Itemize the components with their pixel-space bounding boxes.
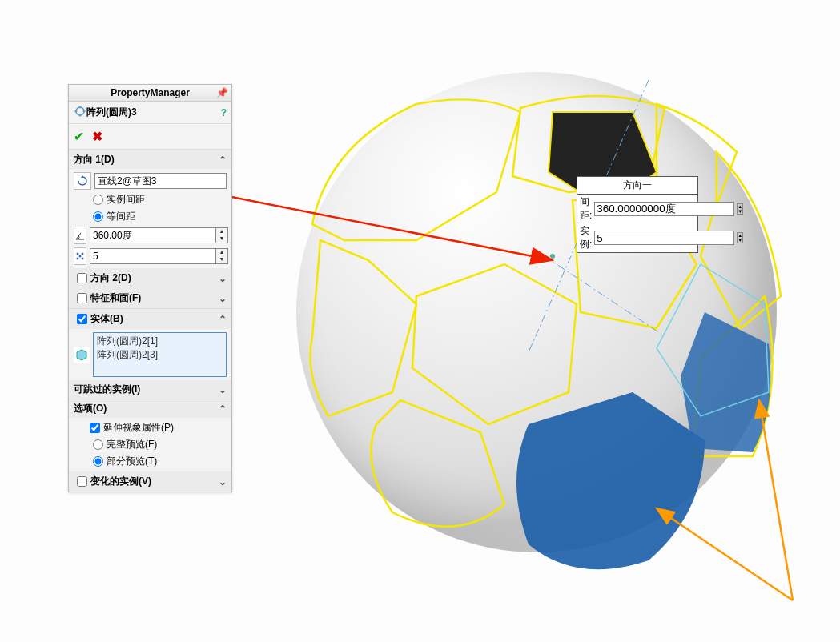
svg-point-6 <box>79 114 82 117</box>
help-icon[interactable]: ? <box>221 107 227 118</box>
section-title: 方向 2(D) <box>90 271 131 285</box>
svg-point-11 <box>82 258 84 260</box>
chevron-up-icon: ⌃ <box>219 154 227 166</box>
callout-arrow <box>759 400 793 600</box>
radio-equal-spacing[interactable]: 等间距 <box>74 210 227 223</box>
pattern-callout[interactable]: 方向一 间距: ▲▼ 实例: ▲▼ <box>577 176 698 253</box>
section-skippable[interactable]: 可跳过的实例(I) ⌄ <box>69 380 231 399</box>
radio-partial-preview[interactable]: 部分预览(T) <box>74 455 227 468</box>
graphics-viewport[interactable] <box>256 32 817 616</box>
callout-arrow <box>657 508 793 600</box>
reverse-direction-icon[interactable] <box>74 172 91 190</box>
section-bodies: 实体(B) ⌃ 阵列(圆周)2[1] 阵列(圆周)2[3] <box>69 308 231 380</box>
spacing-input[interactable] <box>594 202 734 216</box>
svg-point-7 <box>75 110 78 113</box>
radio-instance-spacing[interactable]: 实例间距 <box>74 193 227 207</box>
origin-marker <box>550 254 555 259</box>
section-direction2[interactable]: 方向 2(D) ⌄ <box>69 268 231 288</box>
chevron-up-icon: ⌃ <box>219 314 227 325</box>
section-title: 方向 1(D) <box>74 153 115 167</box>
chevron-down-icon: ⌄ <box>219 384 227 395</box>
ok-button[interactable]: ✔ <box>74 129 84 144</box>
instance-count-icon <box>74 247 86 265</box>
angle-spinner[interactable]: ▲▼ <box>90 227 228 243</box>
chevron-down-icon: ⌄ <box>219 293 227 304</box>
section-features-faces[interactable]: 特征和面(F) ⌄ <box>69 288 231 308</box>
bodies-listbox[interactable]: 阵列(圆周)2[1] 阵列(圆周)2[3] <box>93 332 227 377</box>
chevron-up-icon: ⌃ <box>219 403 227 415</box>
cancel-button[interactable]: ✖ <box>92 129 102 144</box>
section-header[interactable]: 实体(B) ⌃ <box>69 309 231 329</box>
section-direction1: 方向 1(D) ⌃ 实例间距 等间距 <box>69 150 231 268</box>
svg-point-5 <box>83 110 86 113</box>
chevron-down-icon: ⌄ <box>219 476 227 488</box>
circular-pattern-icon <box>74 105 86 120</box>
angle-icon <box>74 227 86 244</box>
feature-name-row: 阵列(圆周)3 ? <box>69 102 231 124</box>
stepper-icon[interactable]: ▲▼ <box>215 249 227 263</box>
section-title: 实体(B) <box>90 312 123 326</box>
instance-label: 实例: <box>580 224 592 251</box>
stepper-icon[interactable]: ▲▼ <box>737 203 743 215</box>
stepper-icon[interactable]: ▲▼ <box>737 232 743 243</box>
confirm-row: ✔ ✖ <box>69 124 231 150</box>
section-title: 选项(O) <box>74 402 107 415</box>
svg-point-10 <box>77 258 79 260</box>
svg-point-12 <box>79 255 82 258</box>
section-title: 特征和面(F) <box>90 291 141 305</box>
callout-title: 方向一 <box>577 177 697 195</box>
property-manager-panel: PropertyManager 📌 阵列(圆周)3 ? ✔ ✖ 方向 1(D) … <box>68 84 232 492</box>
spacing-label: 间距: <box>580 195 592 223</box>
pin-icon[interactable]: 📌 <box>216 87 228 98</box>
panel-title-bar: PropertyManager 📌 <box>69 85 231 102</box>
section-title: 可跳过的实例(I) <box>74 383 140 396</box>
selected-body-preview <box>516 312 771 569</box>
check-extend-visual[interactable]: 延伸视象属性(P) <box>74 421 227 435</box>
section-header[interactable]: 选项(O) ⌃ <box>69 399 231 418</box>
list-item[interactable]: 阵列(圆周)2[3] <box>97 348 223 362</box>
stepper-icon[interactable]: ▲▼ <box>215 228 227 243</box>
solid-body-icon <box>74 347 90 363</box>
section-title: 变化的实例(V) <box>90 475 151 488</box>
svg-point-4 <box>79 106 82 109</box>
count-spinner[interactable]: ▲▼ <box>90 248 228 264</box>
list-item[interactable]: 阵列(圆周)2[1] <box>97 335 223 348</box>
svg-point-9 <box>82 253 84 255</box>
section-options: 选项(O) ⌃ 延伸视象属性(P) 完整预览(F) 部分预览(T) <box>69 399 231 471</box>
instance-input[interactable] <box>594 231 734 245</box>
panel-title: PropertyManager <box>111 87 190 98</box>
chevron-down-icon: ⌄ <box>219 273 227 284</box>
svg-point-8 <box>77 253 79 255</box>
section-header[interactable]: 方向 1(D) ⌃ <box>69 150 231 169</box>
radio-full-preview[interactable]: 完整预览(F) <box>74 438 227 451</box>
wireframe-overlay <box>256 32 817 616</box>
section-varied[interactable]: 变化的实例(V) ⌄ <box>69 471 231 492</box>
pattern-axis-input[interactable] <box>94 173 227 189</box>
feature-name: 阵列(圆周)3 <box>86 106 137 119</box>
